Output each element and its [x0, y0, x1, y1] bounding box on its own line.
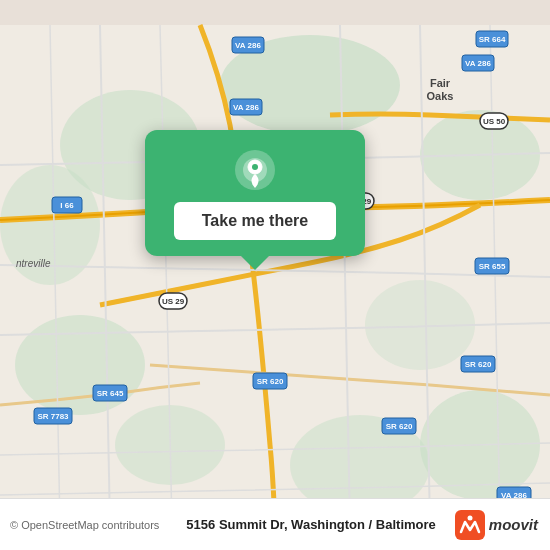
svg-text:SR 7783: SR 7783: [37, 412, 69, 421]
map-popup: Take me there: [145, 130, 365, 256]
location-pin-icon: [233, 148, 277, 192]
svg-rect-47: [455, 510, 485, 540]
map-svg: VA 286 VA 286 SR 664 Fair Oaks US 50 VA …: [0, 0, 550, 550]
svg-text:VA 286: VA 286: [465, 59, 491, 68]
svg-point-48: [467, 515, 472, 520]
svg-text:SR 620: SR 620: [386, 422, 413, 431]
svg-text:SR 655: SR 655: [479, 262, 506, 271]
svg-text:VA 286: VA 286: [235, 41, 261, 50]
map-container: VA 286 VA 286 SR 664 Fair Oaks US 50 VA …: [0, 0, 550, 550]
svg-text:SR 620: SR 620: [465, 360, 492, 369]
svg-text:Oaks: Oaks: [427, 90, 454, 102]
address-text: 5156 Summit Dr, Washington / Baltimore: [167, 517, 454, 532]
svg-point-46: [252, 164, 258, 170]
moovit-logo: moovit: [455, 510, 538, 540]
take-me-there-button[interactable]: Take me there: [174, 202, 336, 240]
svg-text:VA 286: VA 286: [233, 103, 259, 112]
svg-text:ntreville: ntreville: [16, 258, 51, 269]
bottom-bar: © OpenStreetMap contributors 5156 Summit…: [0, 498, 550, 550]
svg-text:I 66: I 66: [60, 201, 74, 210]
svg-text:Fair: Fair: [430, 77, 451, 89]
svg-text:SR 645: SR 645: [97, 389, 124, 398]
svg-text:US 29: US 29: [162, 297, 185, 306]
moovit-text: moovit: [489, 516, 538, 533]
svg-text:US 50: US 50: [483, 117, 506, 126]
copyright-text: © OpenStreetMap contributors: [10, 519, 159, 531]
moovit-icon: [455, 510, 485, 540]
svg-text:SR 620: SR 620: [257, 377, 284, 386]
svg-text:SR 664: SR 664: [479, 35, 506, 44]
